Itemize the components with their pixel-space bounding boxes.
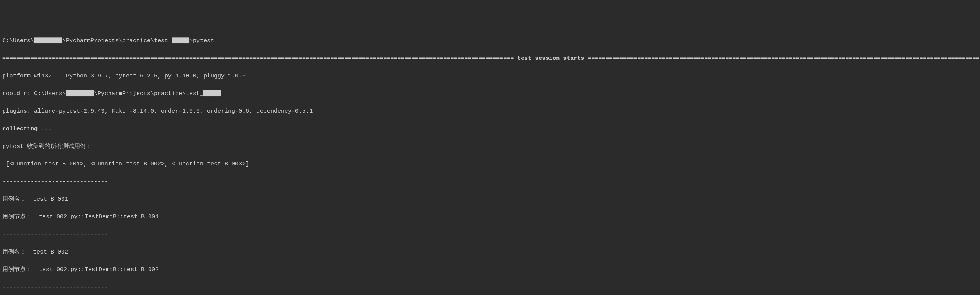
dashes-1: ------------------------------ — [2, 178, 978, 187]
collected-msg: pytest 收集到的所有测试用例： — [2, 142, 978, 151]
case1-node: 用例节点： test_002.py::TestDemoB::test_B_001 — [2, 213, 978, 222]
collecting-status: collecting ... — [2, 125, 978, 134]
dashes-3: ------------------------------ — [2, 283, 978, 292]
prompt: C:\Users\████████\PycharmProjects\practi… — [2, 37, 978, 46]
functions-list: [<Function test_B_001>, <Function test_B… — [2, 160, 978, 169]
platform-info: platform win32 -- Python 3.9.7, pytest-6… — [2, 72, 978, 81]
plugins-info: plugins: allure-pytest-2.9.43, Faker-8.1… — [2, 107, 978, 116]
case1-name: 用例名： test_B_001 — [2, 195, 978, 204]
case2-node: 用例节点： test_002.py::TestDemoB::test_B_002 — [2, 266, 978, 275]
test-session-separator: ========================================… — [2, 54, 978, 63]
rootdir-info: rootdir: C:\Users\████████\PycharmProjec… — [2, 90, 978, 99]
case2-name: 用例名： test_B_002 — [2, 248, 978, 257]
dashes-2: ------------------------------ — [2, 230, 978, 239]
